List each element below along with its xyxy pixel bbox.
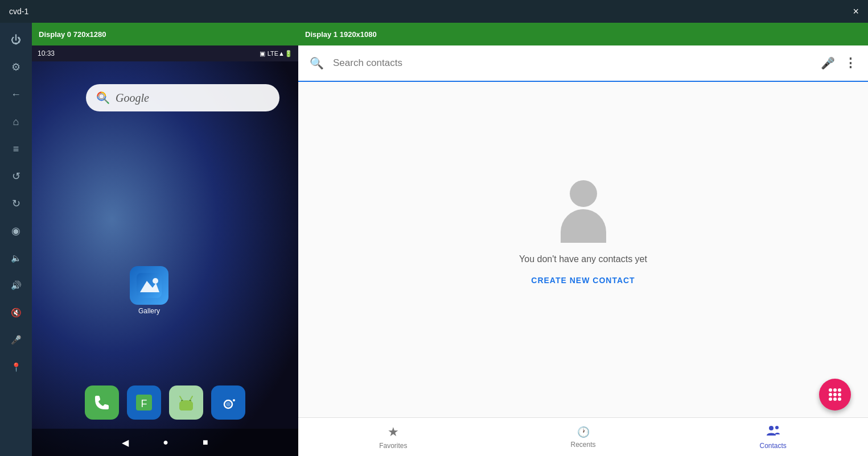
sidebar: ⏻ ⚙ ← ⌂ ≡ ↺ ↻ ◉ 🔈 🔊 🔇 🎤 📍 — [0, 23, 32, 456]
svg-text:F: F — [141, 398, 147, 409]
svg-line-5 — [104, 99, 107, 102]
gallery-icon — [130, 266, 168, 305]
mic-icon[interactable]: 🎤 — [5, 329, 27, 351]
fdroid-icon: F — [134, 392, 154, 413]
phone-status-bar: 10:33 ▣ LTE▲🔋 — [32, 45, 298, 61]
google-search-icon — [95, 90, 111, 106]
fab-button[interactable] — [819, 379, 851, 411]
volume-low-icon[interactable]: 🔈 — [5, 247, 27, 270]
camera-dock-icon[interactable] — [211, 385, 245, 420]
display-panel-right: Display 1 1920x1080 🔍 🎤 ⋮ — [298, 23, 868, 456]
volume-high-icon[interactable]: 🔊 — [5, 274, 27, 297]
recents-tab[interactable]: 🕐 Recents — [488, 418, 678, 456]
svg-rect-18 — [225, 396, 229, 399]
camera-icon — [218, 392, 238, 413]
mic-search-icon[interactable]: 🎤 — [821, 56, 835, 70]
svg-point-19 — [233, 399, 235, 401]
phone-time: 10:33 — [38, 49, 55, 57]
google-search-bar[interactable]: Google — [86, 84, 279, 111]
phone-screen: 10:33 ▣ LTE▲🔋 — [32, 45, 298, 456]
display-left-header: Display 0 720x1280 — [32, 23, 298, 45]
contacts-people-icon — [766, 424, 780, 437]
favorites-tab[interactable]: ★ Favorites — [298, 418, 488, 456]
nav-recents-button[interactable]: ■ — [203, 437, 208, 447]
contacts-app: 🔍 🎤 ⋮ You don't have any contacts — [298, 45, 868, 456]
nav-back-button[interactable]: ◀ — [122, 437, 129, 448]
battery-icon: LTE▲🔋 — [268, 50, 293, 57]
svg-point-4 — [99, 94, 104, 99]
more-options-icon[interactable]: ⋮ — [844, 56, 857, 71]
android-icon — [176, 392, 196, 413]
recents-label: Recents — [570, 441, 595, 449]
svg-line-13 — [180, 396, 182, 399]
display-right-header: Display 1 1920x1080 — [298, 23, 868, 45]
favorites-icon: ★ — [388, 425, 399, 440]
svg-point-20 — [769, 426, 774, 430]
main-area: ⏻ ⚙ ← ⌂ ≡ ↺ ↻ ◉ 🔈 🔊 🔇 🎤 📍 Display 0 720x… — [0, 23, 868, 456]
menu-icon[interactable]: ≡ — [5, 138, 27, 160]
avatar-head — [570, 180, 597, 207]
contacts-empty-state: You don't have any contacts yet CREATE N… — [298, 82, 868, 417]
android-dock-icon[interactable] — [169, 385, 203, 420]
power-icon[interactable]: ⏻ — [5, 28, 27, 51]
window-title: cvd-1 — [9, 7, 28, 16]
phone-dock-icon[interactable] — [85, 385, 119, 420]
back-icon[interactable]: ← — [5, 83, 27, 106]
notification-icon: ▣ — [260, 50, 265, 57]
phone-wallpaper: Google — [32, 61, 298, 456]
svg-point-17 — [226, 402, 231, 407]
svg-point-21 — [775, 426, 779, 429]
contacts-icon — [766, 424, 780, 440]
google-logo: Google — [116, 92, 149, 105]
empty-avatar — [555, 180, 612, 243]
contacts-bottom-nav: ★ Favorites 🕐 Recents — [298, 417, 868, 456]
home-icon[interactable]: ⌂ — [5, 110, 27, 133]
svg-point-8 — [153, 278, 158, 284]
gallery-label: Gallery — [138, 307, 160, 315]
search-icon: 🔍 — [310, 56, 324, 70]
settings-icon[interactable]: ⚙ — [5, 56, 27, 78]
svg-line-14 — [191, 396, 192, 399]
close-button[interactable]: × — [853, 6, 859, 18]
recents-icon: 🕐 — [577, 426, 590, 438]
refresh-icon[interactable]: ↻ — [5, 192, 27, 215]
rotate-icon[interactable]: ↺ — [5, 165, 27, 188]
search-actions: 🎤 ⋮ — [821, 56, 857, 71]
contacts-content: You don't have any contacts yet CREATE N… — [298, 82, 868, 456]
fab-grid-icon — [826, 386, 844, 403]
favorites-label: Favorites — [379, 442, 407, 450]
gallery-app[interactable]: Gallery — [130, 266, 168, 315]
phone-status-icons: ▣ LTE▲🔋 — [260, 50, 293, 57]
fdroid-dock-icon[interactable]: F — [127, 385, 161, 420]
mute-icon[interactable]: 🔇 — [5, 301, 27, 324]
phone-dock: F — [32, 381, 298, 424]
phone-nav-bar: ◀ ● ■ — [32, 429, 298, 456]
phone-icon — [93, 393, 111, 412]
location-icon[interactable]: 📍 — [5, 356, 27, 379]
displays-container: Display 0 720x1280 10:33 ▣ LTE▲🔋 — [32, 23, 868, 456]
contacts-search-bar: 🔍 🎤 ⋮ — [298, 45, 868, 82]
contacts-tab[interactable]: Contacts — [678, 418, 868, 456]
search-input[interactable] — [333, 57, 812, 69]
paint-icon[interactable]: ◉ — [5, 219, 27, 242]
title-bar: cvd-1 × — [0, 0, 868, 23]
create-contact-button[interactable]: CREATE NEW CONTACT — [531, 276, 635, 285]
display-panel-left: Display 0 720x1280 10:33 ▣ LTE▲🔋 — [32, 23, 298, 456]
empty-message: You don't have any contacts yet — [519, 254, 647, 264]
gallery-svg-icon — [137, 273, 162, 298]
avatar-body — [561, 209, 606, 243]
nav-home-button[interactable]: ● — [163, 437, 168, 447]
contacts-tab-label: Contacts — [760, 442, 787, 450]
